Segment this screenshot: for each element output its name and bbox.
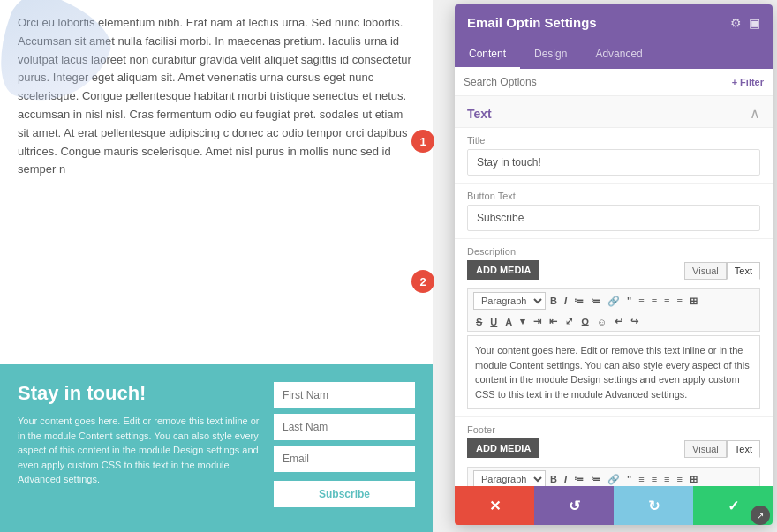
preview-title: Stay in touch! (18, 382, 263, 405)
preview-body: Your content goes here. Edit or remove t… (18, 414, 263, 487)
emoji-icon[interactable]: ☺ (594, 315, 609, 329)
paragraph-select[interactable]: Paragraph (473, 292, 546, 310)
tab-bar: Content Design Advanced (455, 41, 773, 69)
align-center-icon[interactable]: ≡ (649, 294, 660, 308)
button-text-label: Button Text (467, 191, 760, 201)
footer-add-media-button[interactable]: ADD MEDIA (467, 438, 539, 458)
align-right-icon[interactable]: ≡ (661, 294, 672, 308)
text-section-header: Text ∧ (455, 96, 773, 128)
description-field-group: Description ADD MEDIA Visual Text Paragr… (455, 239, 773, 417)
tab-design[interactable]: Design (520, 41, 581, 69)
editor-toolbar-1: Paragraph B I ≔ ≔ 🔗 " ≡ ≡ ≡ ≡ ⊞ (467, 288, 760, 312)
footer-align-justify-icon[interactable]: ≡ (675, 472, 685, 486)
button-text-field-group: Button Text (455, 184, 773, 239)
settings-panel: Email Optin Settings ⚙ ▣ Content Design … (455, 4, 773, 525)
footer-visual-text-tabs: Visual Text (684, 440, 760, 458)
badge-2: 2 (411, 270, 434, 293)
tab-advanced[interactable]: Advanced (581, 41, 656, 69)
text-tab[interactable]: Text (727, 262, 760, 280)
panel-header: Email Optin Settings ⚙ ▣ (455, 4, 773, 41)
panel-header-icons: ⚙ ▣ (730, 16, 760, 30)
button-text-input[interactable] (467, 205, 760, 231)
preview-right: Subscribe (274, 382, 415, 514)
footer-text-tab[interactable]: Text (727, 440, 760, 458)
bold-icon[interactable]: B (547, 294, 560, 308)
underline-icon[interactable]: U (487, 315, 500, 329)
table-icon[interactable]: ⊞ (687, 294, 700, 309)
editor-toolbar-2: S U A ▾ ⇥ ⇤ ⤢ Ω ☺ ↩ ↪ (467, 312, 760, 332)
footer-unordered-list-icon[interactable]: ≔ (571, 472, 586, 487)
fullscreen-icon[interactable]: ⤢ (562, 314, 576, 329)
visual-tab[interactable]: Visual (684, 262, 727, 280)
filter-button[interactable]: + Filter (732, 77, 764, 87)
footer-field-group: Footer ADD MEDIA Visual Text Paragraph B… (455, 417, 773, 486)
blockquote-icon[interactable]: " (624, 294, 634, 308)
footer-italic-icon[interactable]: I (562, 472, 570, 486)
special-char-icon[interactable]: Ω (578, 315, 592, 329)
text-section-title: Text (467, 107, 492, 121)
footer-link-icon[interactable]: 🔗 (605, 472, 622, 487)
search-bar: + Filter (455, 69, 773, 96)
indent-icon[interactable]: ⇥ (531, 314, 544, 329)
preview-section: Stay in touch! Your content goes here. E… (0, 364, 433, 532)
undo-icon[interactable]: ↩ (612, 314, 625, 329)
redo-icon[interactable]: ↪ (628, 314, 641, 329)
badge-1: 1 (411, 130, 434, 153)
preview-lastname[interactable] (274, 414, 415, 440)
action-bar: ✕ ↺ ↻ ✓ (455, 486, 773, 525)
bottom-right-icon[interactable]: ↗ (751, 506, 770, 525)
title-label: Title (467, 135, 760, 146)
reset-button[interactable]: ↺ (534, 486, 614, 525)
strikethrough-icon[interactable]: S (473, 315, 485, 329)
color-icon[interactable]: A (502, 315, 515, 329)
description-editor-content[interactable]: Your content goes here. Edit or remove t… (467, 335, 760, 409)
unordered-list-icon[interactable]: ≔ (571, 294, 586, 309)
more-formats-icon[interactable]: ▾ (517, 314, 528, 329)
panel-title: Email Optin Settings (467, 15, 597, 30)
ordered-list-icon[interactable]: ≔ (588, 294, 603, 309)
footer-blockquote-icon[interactable]: " (624, 472, 634, 486)
tab-content[interactable]: Content (455, 41, 520, 69)
title-field-group: Title (455, 128, 773, 184)
footer-editor-toolbar-1: Paragraph B I ≔ ≔ 🔗 " ≡ ≡ ≡ ≡ ⊞ (467, 467, 760, 486)
collapse-icon[interactable]: ▣ (749, 16, 760, 30)
footer-table-icon[interactable]: ⊞ (687, 472, 700, 487)
preview-subscribe-button[interactable]: Subscribe (274, 481, 415, 507)
italic-icon[interactable]: I (562, 294, 570, 308)
footer-visual-tab[interactable]: Visual (684, 440, 727, 458)
link-icon[interactable]: 🔗 (605, 294, 622, 309)
outdent-icon[interactable]: ⇤ (547, 314, 560, 329)
section-toggle-icon[interactable]: ∧ (750, 105, 760, 122)
settings-icon[interactable]: ⚙ (730, 16, 742, 30)
description-label: Description (467, 246, 760, 257)
add-media-button[interactable]: ADD MEDIA (467, 260, 539, 280)
footer-label: Footer (467, 424, 760, 435)
footer-align-left-icon[interactable]: ≡ (636, 472, 646, 486)
preview-email[interactable] (274, 446, 415, 472)
preview-left: Stay in touch! Your content goes here. E… (18, 382, 263, 514)
footer-ordered-list-icon[interactable]: ≔ (588, 472, 603, 487)
align-justify-icon[interactable]: ≡ (675, 294, 685, 308)
footer-align-center-icon[interactable]: ≡ (649, 472, 660, 486)
cancel-button[interactable]: ✕ (455, 486, 534, 525)
align-left-icon[interactable]: ≡ (636, 294, 646, 308)
footer-align-right-icon[interactable]: ≡ (661, 472, 672, 486)
panel-body[interactable]: Text ∧ Title Button Text Description ADD… (455, 96, 773, 486)
visual-text-tabs: Visual Text (684, 262, 760, 280)
preview-firstname[interactable] (274, 382, 415, 408)
footer-paragraph-select[interactable]: Paragraph (473, 470, 546, 486)
search-input[interactable] (464, 76, 727, 88)
footer-bold-icon[interactable]: B (547, 472, 560, 486)
title-input[interactable] (467, 149, 760, 176)
redo-button[interactable]: ↻ (614, 486, 693, 525)
